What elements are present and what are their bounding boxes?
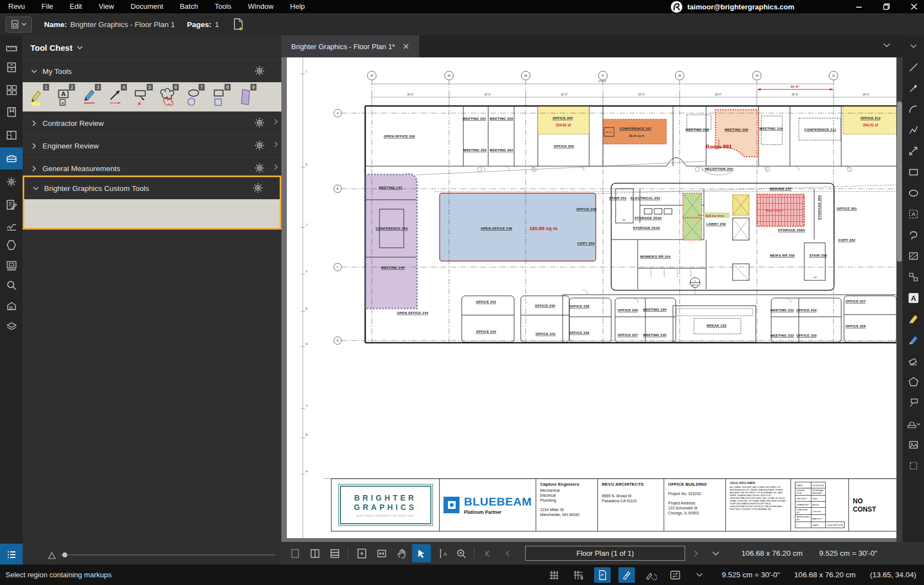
menu-edit[interactable]: Edit [61,0,90,13]
first-page-icon[interactable] [479,544,498,562]
account-area[interactable]: taimoor@brightergraphics.com [671,0,794,13]
lasso-tool-icon[interactable] [906,228,921,242]
next-page-icon[interactable] [686,544,705,562]
section-contractor-review[interactable]: Contractor Review [23,111,281,134]
tool-polygon[interactable]: 9 [232,83,258,110]
tool-chest-panel-icon[interactable] [0,147,23,169]
slider-knob[interactable] [62,552,67,557]
sets-panel-icon[interactable] [0,315,23,337]
studio-panel-icon[interactable] [0,295,23,317]
document-selector-button[interactable] [6,17,32,33]
arrow-tool-icon[interactable] [906,82,921,95]
section-gear-icon[interactable] [254,163,265,173]
zoom-tool-icon[interactable] [452,544,471,562]
vertical-scrollbar[interactable] [896,57,902,542]
tool-arrow[interactable]: 4 [103,83,129,110]
reuse-markup-icon[interactable] [643,567,659,583]
close-button[interactable] [910,2,918,11]
rectangle-tool-icon[interactable] [906,166,921,179]
polyline-tool-icon[interactable] [906,124,921,137]
tool-callout[interactable]: 5 a [129,83,154,110]
section-more-chevron-icon[interactable] [274,164,278,170]
custom-tools-empty-area[interactable] [24,199,280,228]
markups-panel-icon[interactable] [0,194,23,216]
section-brighter-graphics-custom-tools[interactable]: Brighter Graphics Custom Tools [23,176,281,230]
polygon-tool-icon[interactable] [906,375,921,389]
tool-ellipse[interactable]: 7 [180,83,206,110]
my-tools-section-header[interactable]: My Tools [23,60,281,82]
section-more-chevron-icon[interactable] [274,141,278,147]
tool-text-box[interactable]: 2 Aa [51,83,77,110]
crop-tool-icon[interactable] [906,459,921,472]
minimize-button[interactable] [854,2,863,11]
section-gear-icon[interactable] [253,183,263,193]
hatch-tool-icon[interactable] [906,249,921,263]
fit-width-icon[interactable] [372,544,391,562]
image-tool-icon[interactable] [906,438,921,451]
scrollbar-thumb[interactable] [897,102,902,262]
bookmarks-panel-icon[interactable] [0,101,23,123]
previous-page-icon[interactable] [499,544,517,562]
menu-file[interactable]: File [33,0,61,13]
callout-tool-icon[interactable] [906,396,921,410]
document-tab[interactable]: Brighter Graphics - Floor Plan 1* [281,35,419,57]
tab-close-icon[interactable] [403,43,409,50]
status-options-chevron-icon[interactable] [691,567,708,583]
split-vertical-icon[interactable] [306,544,324,562]
tool-cloud[interactable]: 6 [154,83,180,110]
line-tool-icon[interactable] [906,61,921,74]
restore-button[interactable] [882,2,891,11]
new-page-button[interactable] [230,16,247,33]
snap-to-markup-icon[interactable] [618,567,635,583]
text-box-tool-icon[interactable]: A [906,291,921,305]
file-access-panel-icon[interactable] [0,56,23,78]
select-tool-icon[interactable] [412,544,431,562]
menu-help[interactable]: Help [282,0,313,13]
tab-overflow-chevron-icon[interactable] [883,43,890,47]
pan-tool-icon[interactable] [392,544,411,562]
thumbnails-panel-icon[interactable] [0,79,23,101]
region-tool-icon[interactable] [906,270,921,284]
tool-highlighter[interactable]: 1 [25,83,51,110]
select-text-icon[interactable]: A [432,544,451,562]
my-tools-gear-icon[interactable] [254,66,265,76]
page-navigation-box[interactable]: Floor Plan (1 of 1) [525,546,685,561]
menu-document[interactable]: Document [122,0,172,13]
signatures-panel-icon[interactable] [0,215,23,237]
snap-to-grid-icon[interactable]: 5 [570,567,586,583]
document-canvas[interactable]: 04050607080910ABCDLKJFEDCBA270'-0"30'-0"… [281,57,896,542]
dimension-tool-icon[interactable] [906,145,921,158]
markups-list-toggle-icon[interactable] [0,544,23,566]
section-gear-icon[interactable] [254,118,265,128]
ellipse-tool-icon[interactable] [906,187,921,200]
search-panel-icon[interactable] [0,274,23,296]
snap-to-content-icon[interactable] [594,567,611,583]
tool-chest-menu-chevron-icon[interactable] [77,46,83,50]
split-horizontal-icon[interactable] [325,544,344,562]
tool-pen[interactable]: 3 [77,83,103,110]
menu-batch[interactable]: Batch [172,0,206,13]
menu-revu[interactable]: Revu [0,0,33,13]
properties-panel-icon[interactable] [0,171,23,193]
tool-size-slider[interactable] [23,545,281,565]
fit-page-icon[interactable] [352,544,371,562]
grid-toggle-icon[interactable] [546,567,562,583]
snapshot-tool-icon[interactable] [906,208,921,221]
single-page-view-icon[interactable] [286,544,305,562]
eraser-tool-icon[interactable] [906,354,921,368]
stamp-tool-icon[interactable] [906,417,921,430]
sync-views-icon[interactable] [667,567,683,583]
menu-view[interactable]: View [90,0,122,13]
menu-tools[interactable]: Tools [206,0,239,13]
pen-tool-icon[interactable] [906,333,921,347]
arc-tool-icon[interactable] [906,103,921,116]
section-more-chevron-icon[interactable] [274,119,278,125]
links-panel-icon[interactable] [0,234,23,256]
drawing-page[interactable]: 04050607080910ABCDLKJFEDCBA270'-0"30'-0"… [287,57,896,538]
highlighter-tool-icon[interactable] [906,312,921,326]
panel-collapse-chevron-icon[interactable] [906,40,921,53]
menu-window[interactable]: Window [240,0,282,13]
section-gear-icon[interactable] [254,140,265,151]
layers-panel-icon[interactable] [0,254,23,276]
spaces-panel-icon[interactable] [0,124,23,146]
